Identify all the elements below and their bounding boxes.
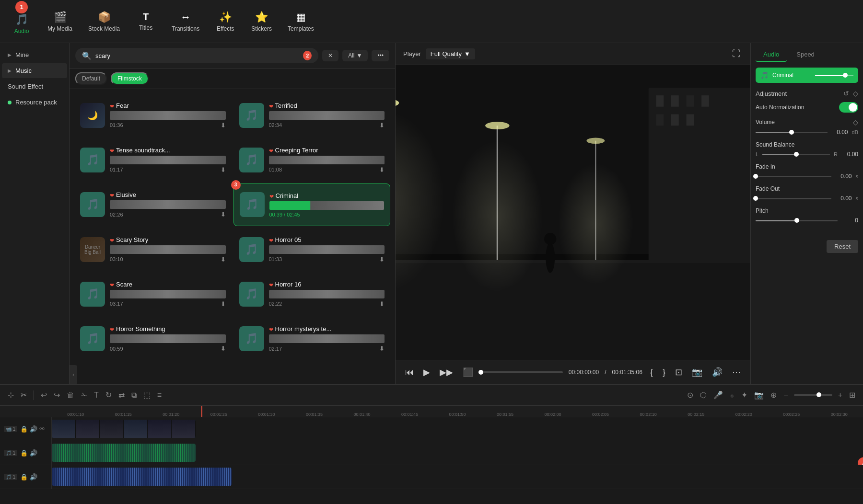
tl-bars-btn[interactable]: ≡ <box>155 389 163 401</box>
download-icon-horror16[interactable]: ⬇ <box>379 300 385 308</box>
mark-in-btn[interactable]: { <box>648 366 655 379</box>
volume-btn[interactable]: 🔊 <box>710 365 724 379</box>
search-input[interactable] <box>95 52 299 59</box>
mark-out-btn[interactable]: } <box>661 366 667 379</box>
tl-text-btn[interactable]: T <box>92 389 101 401</box>
tab-default[interactable]: Default <box>75 72 107 85</box>
download-icon-horror-something[interactable]: ⬇ <box>221 345 226 352</box>
tab-speed[interactable]: Speed <box>789 48 822 62</box>
tl-group-btn[interactable]: ⬚ <box>141 389 152 401</box>
download-icon-terrified[interactable]: ⬇ <box>379 122 385 129</box>
search-input-wrap[interactable]: 🔍 2 <box>75 48 318 63</box>
zoom-slider[interactable] <box>794 394 832 396</box>
audio-card-elusive[interactable]: 🎵 ❤ Elusive 02:26 ⬇ <box>74 183 232 226</box>
tl-mask-btn[interactable]: ⬡ <box>698 389 709 401</box>
quality-select[interactable]: Full Quality ▼ <box>426 48 475 59</box>
snapshot-btn[interactable]: 📷 <box>690 365 704 379</box>
sound-balance-slider[interactable] <box>762 154 830 155</box>
audio-card-horror-something[interactable]: 🎵 ❤ Horror Something 00:59 ⬇ <box>74 318 232 360</box>
toolbar-stickers[interactable]: ⭐ Stickers <box>245 7 279 36</box>
diamond-adjustment-btn[interactable]: ◇ <box>853 90 858 97</box>
reset-btn[interactable]: Reset <box>827 240 858 253</box>
play-forward-btn[interactable]: ▶▶ <box>438 365 455 379</box>
volume-diamond-btn[interactable]: ◇ <box>853 118 858 126</box>
toolbar-my-media[interactable]: 🎬 My Media <box>41 7 79 36</box>
audio-card-scare[interactable]: 🎵 ❤ Scare 03:17 ⬇ <box>74 273 232 315</box>
tl-flip-btn[interactable]: ⇄ <box>117 389 127 401</box>
video-lock-icon[interactable]: 🔒 <box>20 425 28 433</box>
audio2-lock-icon[interactable]: 🔒 <box>20 473 28 481</box>
fade-in-slider[interactable] <box>756 176 831 177</box>
toolbar-transitions[interactable]: ↔️ Transitions <box>165 7 206 36</box>
tl-delete-btn[interactable]: 🗑 <box>65 389 76 401</box>
toolbar-audio[interactable]: 🎵 Audio <box>5 10 38 38</box>
download-icon-scare[interactable]: ⬇ <box>221 300 226 308</box>
auto-norm-toggle[interactable] <box>839 102 858 113</box>
tl-grid-btn[interactable]: ⊞ <box>847 389 857 401</box>
audio1-clip[interactable] <box>52 444 196 462</box>
tab-filmstock[interactable]: Filmstock <box>111 72 149 85</box>
play-btn[interactable]: ▶ <box>421 365 432 379</box>
pitch-slider[interactable] <box>756 220 838 221</box>
tl-rotate-btn[interactable]: ↻ <box>104 389 114 401</box>
tl-magic-btn[interactable]: ✦ <box>739 389 749 401</box>
skip-back-btn[interactable]: ⏮ <box>403 366 416 379</box>
audio-card-tense[interactable]: 🎵 ❤ Tense soundtrack... 01:17 ⬇ <box>74 138 232 181</box>
download-icon-elusive[interactable]: ⬇ <box>221 211 226 218</box>
player-expand-btn[interactable]: ⛶ <box>730 47 743 61</box>
download-icon-creeping[interactable]: ⬇ <box>379 166 385 173</box>
audio-card-horror16[interactable]: 🎵 ❤ Horror 16 02:22 ⬇ <box>233 273 391 315</box>
audio-card-creeping[interactable]: 🎵 ❤ Creeping Terror 01:08 ⬇ <box>233 138 391 181</box>
tl-blade-btn[interactable]: ✂ <box>19 389 29 401</box>
sidebar-item-mine[interactable]: ▶ Mine <box>2 47 67 62</box>
toolbar-titles[interactable]: T Titles <box>129 8 163 35</box>
sidebar-item-sound-effect[interactable]: Sound Effect <box>2 79 67 94</box>
download-icon-fear[interactable]: ⬇ <box>221 122 226 129</box>
toolbar-effects[interactable]: ✨ Effects <box>209 7 242 36</box>
sidebar-item-resource-pack[interactable]: Resource pack <box>2 95 67 110</box>
audio-card-scary-story[interactable]: DancerBig Ball ❤ Scary Story 03:10 ⬇ <box>74 228 232 271</box>
tl-cut-btn[interactable]: ✁ <box>79 389 89 401</box>
filter-all-btn[interactable]: All ▼ <box>342 50 368 61</box>
download-icon-horror-mystery[interactable]: ⬇ <box>379 345 385 352</box>
tl-circle-btn[interactable]: ⊕ <box>769 389 779 401</box>
audio-card-horror05[interactable]: 🎵 ❤ Horror 05 01:33 ⬇ <box>233 228 391 271</box>
toolbar-stock-media[interactable]: 📦 Stock Media <box>82 7 127 36</box>
tl-mic-btn[interactable]: 🎤 <box>711 389 725 401</box>
sidebar-item-music[interactable]: ▶ Music <box>2 63 67 78</box>
video-clip[interactable] <box>52 420 196 438</box>
zoom-out-btn[interactable]: − <box>781 389 790 401</box>
zoom-in-btn[interactable]: + <box>836 389 844 401</box>
video-audio-icon[interactable]: 🔊 <box>30 425 37 433</box>
tl-color-btn[interactable]: ⊙ <box>685 389 695 401</box>
volume-slider[interactable] <box>756 132 828 133</box>
audio-card-terrified[interactable]: 🎵 ❤ Terrified 02:34 ⬇ <box>233 94 391 137</box>
download-icon-scary[interactable]: ⬇ <box>221 256 226 263</box>
fade-out-slider[interactable] <box>756 198 831 199</box>
download-icon-horror05[interactable]: ⬇ <box>379 256 385 263</box>
audio-card-criminal[interactable]: 3 🎵 ❤ Criminal 00:39 / 02:45 <box>233 183 391 226</box>
audio1-lock-icon[interactable]: 🔒 <box>20 449 28 457</box>
tl-copy-btn[interactable]: ⧉ <box>129 389 139 401</box>
toolbar-templates[interactable]: ▦ Templates <box>281 7 321 36</box>
stop-btn[interactable]: ⬛ <box>461 365 475 379</box>
tab-audio[interactable]: Audio <box>756 48 787 62</box>
video-eye-icon[interactable]: 👁 <box>39 425 46 433</box>
collapse-browser-btn[interactable]: ‹ <box>70 365 77 384</box>
reset-adjustment-btn[interactable]: ↺ <box>843 90 849 97</box>
more-options-btn[interactable]: ••• <box>372 50 389 61</box>
audio-card-horror-mystery[interactable]: 🎵 ❤ Horror mysterys te... 02:17 ⬇ <box>233 318 391 360</box>
audio2-clip[interactable] <box>52 468 232 486</box>
progress-bar[interactable] <box>481 371 563 373</box>
audio2-sound-icon[interactable]: 🔊 <box>30 473 37 481</box>
tl-cam-btn[interactable]: 📷 <box>752 389 766 401</box>
tl-select-btn[interactable]: ⊹ <box>6 389 16 401</box>
tl-caption-btn[interactable]: ⬦ <box>728 389 736 401</box>
download-icon-tense[interactable]: ⬇ <box>221 166 226 173</box>
tl-redo-btn[interactable]: ↪ <box>52 389 62 401</box>
preview-slider[interactable] <box>815 75 854 76</box>
audio1-sound-icon[interactable]: 🔊 <box>30 449 37 457</box>
more-btn[interactable]: ⋯ <box>730 365 743 379</box>
audio-card-fear[interactable]: 🌙 ❤ Fear 01:36 ⬇ <box>74 94 232 137</box>
tl-undo-btn[interactable]: ↩ <box>39 389 49 401</box>
